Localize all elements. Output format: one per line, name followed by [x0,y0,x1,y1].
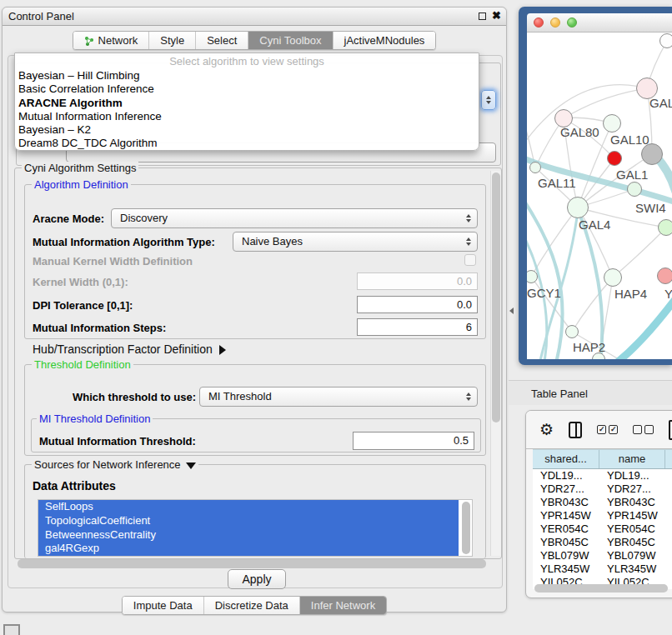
table-cell: YLR345W [599,562,665,576]
apply-button[interactable]: Apply [228,569,286,589]
combo-spinner-icon [466,232,471,251]
aracne-mode-combo[interactable]: Discovery [111,208,478,228]
node-label: GAL10 [610,132,649,147]
table-cell: 9. [665,562,672,576]
collapsed-panel-icon[interactable] [3,624,20,635]
tab-impute-data[interactable]: Impute Data [123,597,203,614]
tab-select[interactable]: Select [195,32,248,49]
mi-steps-field[interactable]: 6 [357,318,478,336]
attribute-item[interactable]: BetweennessCentrality [38,528,459,542]
network-node-y[interactable] [657,268,672,284]
column-header-third[interactable] [665,450,672,468]
attr-items: SelfLoopsTopologicalCoefficientBetweenne… [38,500,472,556]
gear-icon[interactable]: ⚙ [539,422,554,438]
mi-threshold-field[interactable]: 0.5 [353,432,474,450]
select-all-columns-button[interactable]: ✓✓ [597,425,618,434]
settings-group-title: Cyni Algorithm Settings [22,162,138,174]
data-attributes-list[interactable]: SelfLoopsTopologicalCoefficientBetweenne… [38,499,473,557]
algorithm-option[interactable]: Basic Correlation Inference [15,82,479,96]
network-node-gal4[interactable] [567,197,589,218]
network-node-hap4[interactable] [604,268,622,287]
network-node[interactable] [607,151,622,166]
tab-style[interactable]: Style [148,32,195,49]
settings-hscrollbar-thumb[interactable] [18,559,486,568]
node-label: GAL4 [579,218,610,232]
table-row[interactable]: YBR043CYBR043C [533,496,672,509]
tab-network-label: Network [98,32,138,50]
deselect-all-columns-button[interactable] [633,425,654,434]
which-threshold-combo[interactable]: MI Threshold [199,387,478,407]
node-table[interactable]: shared... name YDL19...YDL19...13YDR27..… [533,449,672,589]
table-cell: YBR045C [599,536,665,549]
columns-icon[interactable] [569,422,582,438]
tab-cyni-toolbox[interactable]: Cyni Toolbox [248,32,332,49]
table-row[interactable]: YDL19...YDL19...13 [533,469,672,482]
network-node[interactable] [641,143,663,165]
table-row[interactable]: YPR145WYPR145W9. [533,509,672,522]
hub-definition-toggle[interactable]: Hub/Transcription Factor Definition [33,342,226,356]
node-label: GAL80 [560,125,599,139]
tab-infer-network[interactable]: Infer Network [299,597,386,614]
tab-discretize-data[interactable]: Discretize Data [203,597,299,614]
threshold-definition-title: Threshold Definition [32,358,133,371]
zoom-traffic-button[interactable] [567,18,577,28]
combo-spinner-icon [466,388,471,406]
tab-network[interactable]: Network [73,32,149,49]
algorithm-dropdown-popup: Select algorithm to view settings Bayesi… [14,52,479,151]
attribute-item[interactable]: TopologicalCoefficient [38,514,459,528]
mi-steps-label: Mutual Information Steps: [33,322,166,334]
panel-divider-grip[interactable] [509,308,514,314]
network-node[interactable] [659,33,672,48]
table-row[interactable]: YBL079WYBL079W [533,549,672,562]
network-node-gal1[interactable] [627,182,642,197]
algorithm-option[interactable]: Bayesian – K2 [15,123,479,137]
algorithm-option[interactable]: ARACNE Algorithm [15,97,479,110]
table-cell: 8. [665,522,672,536]
network-canvas[interactable]: GALGAL80GAL10GAL11GAL1SWI4GAL4GCY1HAP4YH… [527,32,672,359]
tab-jactivemnodules[interactable]: jActiveMNodules [333,32,436,49]
network-node-swi4[interactable] [658,219,672,236]
table-row[interactable]: YBR045CYBR045C9. [533,536,672,549]
manual-kernel-checkbox[interactable] [464,254,476,266]
algorithm-option[interactable]: Dream8 DC_TDC Algorithm [15,137,479,150]
dpi-tolerance-field[interactable]: 0.0 [357,296,478,313]
network-node-gal11[interactable] [529,162,541,173]
close-traffic-button[interactable] [534,18,544,28]
settings-vscrollbar[interactable] [490,171,501,556]
table-cell: YBL079W [533,549,599,562]
node-label: GAL11 [538,176,576,190]
node-label: Y [664,287,672,301]
column-header-name[interactable]: name [599,450,665,468]
attributes-vscrollbar-thumb[interactable] [462,502,470,554]
table-cell: YDR27... [599,482,665,496]
network-view-window[interactable]: GALGAL80GAL10GAL11GAL1SWI4GAL4GCY1HAP4YH… [519,7,672,365]
table-hscrollbar-thumb[interactable] [534,584,668,592]
float-window-button[interactable] [479,12,486,20]
expanded-arrow-icon [186,462,196,469]
table-cell: YBL079W [599,549,665,562]
kernel-width-field[interactable]: 0.0 [357,272,478,290]
algorithm-combo-arrow[interactable] [481,90,496,110]
column-header-shared-name[interactable]: shared... [533,450,599,468]
table-cell: YER054C [599,522,665,536]
aracne-mode-label: Aracne Mode: [33,212,104,225]
settings-vscrollbar-thumb[interactable] [492,172,500,422]
attribute-item[interactable]: gal4RGexp [38,542,459,556]
network-node-gal10[interactable] [603,114,621,132]
close-window-button[interactable]: ✖ [492,9,501,22]
table-row[interactable]: YER054CYER054C8. [533,522,672,536]
mi-threshold-label: Mutual Information Threshold: [39,435,196,448]
collapsed-arrow-icon [219,345,226,355]
document-icon[interactable] [669,420,672,440]
mi-threshold-group-title: MI Threshold Definition [37,412,153,425]
attribute-item[interactable]: SelfLoops [38,500,459,514]
table-row[interactable]: YLR345WYLR345W9. [533,562,672,576]
minimize-traffic-button[interactable] [550,18,560,28]
algorithm-option[interactable]: Mutual Information Inference [15,110,479,123]
table-panel-title: Table Panel [531,388,588,400]
table-row[interactable]: YDR27...YDR27...12 [533,482,672,496]
network-node-hap2[interactable] [565,325,579,338]
algorithm-option[interactable]: Bayesian – Hill Climbing [15,69,479,82]
algorithm-definition-title: Algorithm Definition [32,178,131,191]
mi-type-combo[interactable]: Naive Bayes [233,232,478,252]
